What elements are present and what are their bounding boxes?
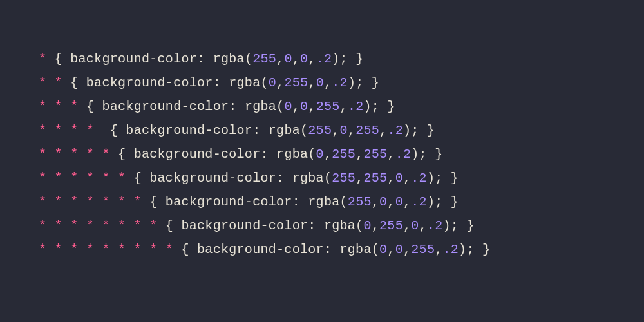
property-token: background-color [86,75,213,90]
number-token: 0 [316,75,324,90]
func-token: rgba [245,99,276,114]
brace-open: { [79,99,102,114]
paren-open: ( [300,123,308,138]
selector-token: * * * * * * * [39,194,142,209]
comma-token: , [340,99,348,114]
number-token: 255 [284,75,308,90]
number-token: 0 [379,194,387,209]
brace-open: { [142,194,166,209]
code-line: * { background-color: rgba(255,0,0,.2); … [39,52,605,66]
paren-open: ( [308,147,316,162]
number-token: 0 [363,218,371,233]
code-line: * * * * { background-color: rgba(255,0,2… [39,123,605,138]
func-token: rgba [324,218,355,233]
comma-token: , [308,99,316,114]
brace-open: { [173,242,197,257]
colon-token: : [213,75,229,90]
comma-token: , [372,218,379,233]
number-token: .2 [443,242,459,257]
colon-token: : [308,218,324,233]
selector-token: * * * * * * * * * [39,242,173,257]
comma-token: , [324,147,332,162]
comma-token: , [379,123,387,138]
code-line: * * * * * { background-color: rgba(0,255… [39,147,605,162]
comma-token: , [276,52,284,66]
number-token: 255 [252,52,276,66]
brace-open: { [46,52,70,66]
number-token: 255 [363,171,387,185]
comma-token: , [355,171,363,185]
number-token: 255 [363,147,387,162]
selector-token: * * * * * * [39,171,126,185]
number-token: 0 [316,147,324,162]
property-token: background-color [134,147,261,162]
selector-token: * * [39,75,62,90]
comma-token: , [276,75,284,90]
close-token: ); } [348,75,379,90]
comma-token: , [419,218,427,233]
close-token: ); } [459,242,490,257]
number-token: 0 [395,242,403,257]
brace-open: { [126,171,149,185]
brace-open: { [110,147,134,162]
comma-token: , [348,123,355,138]
func-token: rgba [276,147,308,162]
paren-open: ( [340,194,348,209]
close-token: ); } [411,147,442,162]
comma-token: , [387,242,395,257]
comma-token: , [292,99,300,114]
paren-open: ( [245,52,252,66]
number-token: .2 [387,123,403,138]
comma-token: , [355,147,363,162]
comma-token: , [403,171,411,185]
property-token: background-color [166,194,292,209]
code-line: * * { background-color: rgba(0,255,0,.2)… [39,75,605,90]
number-token: 0 [269,75,276,90]
comma-token: , [324,75,332,90]
comma-token: , [387,194,395,209]
close-token: ); } [363,99,395,114]
func-token: rgba [213,52,245,66]
colon-token: : [324,242,340,257]
number-token: .2 [332,75,348,90]
func-token: rgba [340,242,372,257]
comma-token: , [292,52,300,66]
number-token: 255 [348,194,372,209]
number-token: .2 [316,52,332,66]
paren-open: ( [276,99,284,114]
number-token: 255 [332,147,355,162]
property-token: background-color [181,218,308,233]
number-token: 0 [284,52,292,66]
func-token: rgba [308,194,339,209]
paren-open: ( [372,242,379,257]
property-token: background-color [102,99,229,114]
number-token: 0 [395,171,403,185]
func-token: rgba [269,123,300,138]
brace-open: { [62,75,86,90]
paren-open: ( [355,218,363,233]
code-line: * * * * * * * { background-color: rgba(2… [39,194,605,209]
comma-token: , [387,171,395,185]
property-token: background-color [149,171,276,185]
css-code-block: * { background-color: rgba(255,0,0,.2); … [39,52,605,257]
close-token: ); } [427,171,459,185]
number-token: .2 [427,218,443,233]
comma-token: , [435,242,442,257]
property-token: background-color [197,242,324,257]
selector-token: * * * * [39,123,102,138]
number-token: .2 [395,147,412,162]
number-token: 0 [300,99,308,114]
code-line: * * * * * * * * { background-color: rgba… [39,218,605,233]
colon-token: : [229,99,245,114]
number-token: 0 [300,52,308,66]
number-token: 255 [316,99,340,114]
number-token: 0 [284,99,292,114]
comma-token: , [387,147,395,162]
func-token: rgba [292,171,324,185]
brace-open: { [102,123,126,138]
paren-open: ( [324,171,332,185]
number-token: 0 [395,194,403,209]
comma-token: , [403,242,411,257]
number-token: 255 [411,242,435,257]
code-line: * * * * * * { background-color: rgba(255… [39,171,605,185]
